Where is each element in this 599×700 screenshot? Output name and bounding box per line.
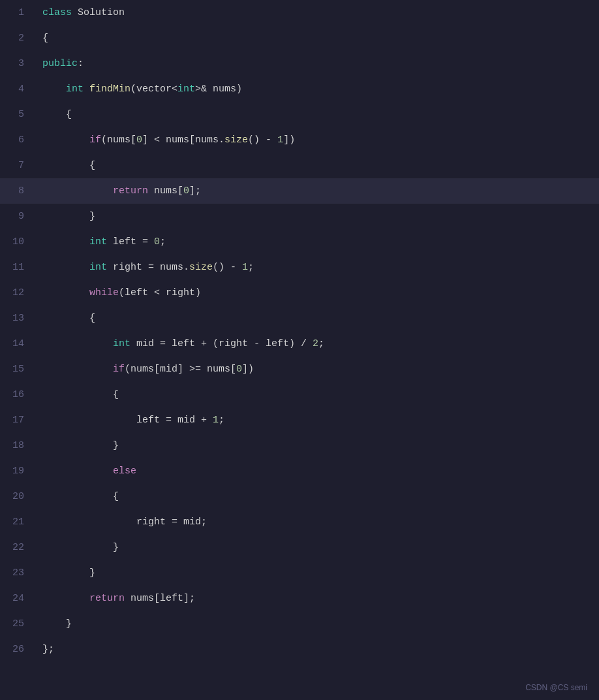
table-row: 3 public: — [0, 51, 599, 76]
table-row: 4 int findMin(vector<int>& nums) — [0, 76, 599, 102]
code-content: { — [36, 102, 599, 127]
table-row: 26 }; — [0, 637, 599, 662]
table-row: 7 { — [0, 153, 599, 178]
line-number: 3 — [0, 51, 36, 76]
code-content: } — [36, 433, 599, 458]
code-content: right = mid; — [36, 509, 599, 535]
code-content: int left = 0; — [36, 229, 599, 255]
code-content: { — [36, 306, 599, 331]
code-content: } — [36, 204, 599, 229]
code-content: return nums[0]; — [36, 178, 599, 204]
code-content: { — [36, 382, 599, 407]
code-container: 1 class Solution 2 { 3 public: 4 int fin… — [0, 0, 599, 700]
code-content: return nums[left]; — [36, 586, 599, 611]
line-number: 8 — [0, 178, 36, 204]
code-content: if(nums[mid] >= nums[0]) — [36, 357, 599, 382]
line-number: 25 — [0, 611, 36, 637]
code-content: left = mid + 1; — [36, 407, 599, 433]
code-content: } — [36, 560, 599, 586]
line-number: 4 — [0, 76, 36, 102]
line-number: 9 — [0, 204, 36, 229]
table-row: 16 { — [0, 382, 599, 407]
code-content: { — [36, 25, 599, 51]
table-row: 15 if(nums[mid] >= nums[0]) — [0, 357, 599, 382]
line-number: 26 — [0, 637, 36, 662]
line-number: 1 — [0, 0, 36, 25]
table-row: 1 class Solution — [0, 0, 599, 25]
line-number: 6 — [0, 127, 36, 153]
table-row: 9 } — [0, 204, 599, 229]
code-content: { — [36, 484, 599, 509]
code-content: { — [36, 153, 599, 178]
table-row: 10 int left = 0; — [0, 229, 599, 255]
line-number: 20 — [0, 484, 36, 509]
line-number: 13 — [0, 306, 36, 331]
line-number: 10 — [0, 229, 36, 255]
table-row: 19 else — [0, 458, 599, 484]
code-content: class Solution — [36, 0, 599, 25]
line-number: 19 — [0, 458, 36, 484]
code-table: 1 class Solution 2 { 3 public: 4 int fin… — [0, 0, 599, 662]
code-content: }; — [36, 637, 599, 662]
line-number: 22 — [0, 535, 36, 560]
code-content: while(left < right) — [36, 280, 599, 306]
table-row: 20 { — [0, 484, 599, 509]
line-number: 18 — [0, 433, 36, 458]
code-content: int right = nums.size() - 1; — [36, 255, 599, 280]
table-row: 8 return nums[0]; — [0, 178, 599, 204]
line-number: 24 — [0, 586, 36, 611]
table-row: 14 int mid = left + (right - left) / 2; — [0, 331, 599, 357]
table-row: 2 { — [0, 25, 599, 51]
table-row: 25 } — [0, 611, 599, 637]
line-number: 7 — [0, 153, 36, 178]
table-row: 12 while(left < right) — [0, 280, 599, 306]
line-number: 21 — [0, 509, 36, 535]
line-number: 17 — [0, 407, 36, 433]
line-number: 11 — [0, 255, 36, 280]
code-content: int findMin(vector<int>& nums) — [36, 76, 599, 102]
code-content: int mid = left + (right - left) / 2; — [36, 331, 599, 357]
table-row: 18 } — [0, 433, 599, 458]
line-number: 15 — [0, 357, 36, 382]
line-number: 16 — [0, 382, 36, 407]
code-content: else — [36, 458, 599, 484]
table-row: 17 left = mid + 1; — [0, 407, 599, 433]
table-row: 6 if(nums[0] < nums[nums.size() - 1]) — [0, 127, 599, 153]
line-number: 14 — [0, 331, 36, 357]
code-content: } — [36, 535, 599, 560]
table-row: 13 { — [0, 306, 599, 331]
line-number: 5 — [0, 102, 36, 127]
watermark-text: CSDN @CS semi — [525, 683, 587, 692]
table-row: 24 return nums[left]; — [0, 586, 599, 611]
line-number: 23 — [0, 560, 36, 586]
code-content: public: — [36, 51, 599, 76]
table-row: 5 { — [0, 102, 599, 127]
line-number: 2 — [0, 25, 36, 51]
line-number: 12 — [0, 280, 36, 306]
code-content: } — [36, 611, 599, 637]
table-row: 11 int right = nums.size() - 1; — [0, 255, 599, 280]
code-content: if(nums[0] < nums[nums.size() - 1]) — [36, 127, 599, 153]
table-row: 21 right = mid; — [0, 509, 599, 535]
table-row: 23 } — [0, 560, 599, 586]
table-row: 22 } — [0, 535, 599, 560]
